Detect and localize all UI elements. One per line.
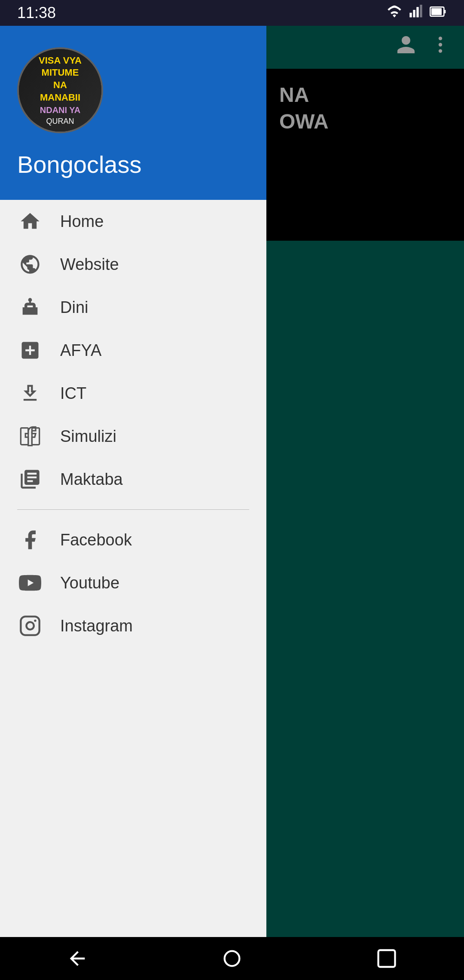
svg-rect-1 bbox=[413, 10, 415, 17]
menu-item-afya[interactable]: AFYA bbox=[0, 329, 266, 372]
menu-item-facebook[interactable]: Facebook bbox=[0, 518, 266, 561]
youtube-icon bbox=[17, 570, 43, 596]
drawer-username: Bongoclass bbox=[17, 150, 249, 178]
library-icon bbox=[17, 466, 43, 492]
menu-item-dini[interactable]: Dini bbox=[0, 286, 266, 329]
menu-item-home[interactable]: Home bbox=[0, 200, 266, 243]
svg-rect-15 bbox=[379, 950, 395, 967]
menu-label-ict: ICT bbox=[60, 384, 86, 403]
menu-label-dini: Dini bbox=[60, 298, 88, 317]
drawer-menu: Home Website Dini AFYA bbox=[0, 200, 266, 980]
svg-rect-10 bbox=[21, 428, 28, 445]
avatar: VISA VYAMITUMENAMANABII NDANI YA QURAN bbox=[17, 47, 103, 133]
facebook-icon bbox=[17, 527, 43, 553]
home-button[interactable] bbox=[215, 941, 249, 976]
menu-label-facebook: Facebook bbox=[60, 531, 132, 549]
svg-rect-3 bbox=[420, 5, 422, 17]
status-icons bbox=[387, 4, 447, 22]
home-icon bbox=[17, 208, 43, 234]
avatar-line3: QURAN bbox=[46, 117, 74, 126]
status-bar: 11:38 bbox=[0, 0, 464, 26]
drawer-header: VISA VYAMITUMENAMANABII NDANI YA QURAN B… bbox=[0, 26, 266, 200]
menu-label-instagram: Instagram bbox=[60, 617, 133, 635]
svg-rect-6 bbox=[431, 8, 442, 15]
menu-item-maktaba[interactable]: Maktaba bbox=[0, 458, 266, 501]
avatar-line1: VISA VYAMITUMENAMANABII bbox=[39, 55, 82, 104]
back-button[interactable] bbox=[60, 941, 95, 976]
svg-point-14 bbox=[225, 951, 240, 966]
book-open-icon bbox=[17, 423, 43, 449]
menu-item-instagram[interactable]: Instagram bbox=[0, 604, 266, 647]
avatar-line2: NDANI YA bbox=[40, 105, 80, 115]
menu-item-ict[interactable]: ICT bbox=[0, 372, 266, 415]
mosque-icon bbox=[17, 294, 43, 320]
svg-rect-0 bbox=[409, 12, 412, 17]
menu-label-afya: AFYA bbox=[60, 341, 101, 360]
navigation-drawer: VISA VYAMITUMENAMANABII NDANI YA QURAN B… bbox=[0, 26, 266, 980]
status-time: 11:38 bbox=[17, 4, 56, 22]
menu-label-simulizi: Simulizi bbox=[60, 427, 116, 446]
menu-item-website[interactable]: Website bbox=[0, 243, 266, 286]
download-icon bbox=[17, 380, 43, 406]
menu-item-youtube[interactable]: Youtube bbox=[0, 561, 266, 604]
menu-label-home: Home bbox=[60, 212, 104, 231]
menu-item-simulizi[interactable]: Simulizi bbox=[0, 415, 266, 458]
menu-label-maktaba: Maktaba bbox=[60, 470, 123, 489]
bottom-navigation bbox=[0, 937, 464, 980]
wifi-icon bbox=[387, 4, 402, 22]
website-icon bbox=[17, 251, 43, 277]
svg-rect-5 bbox=[444, 10, 446, 13]
svg-rect-2 bbox=[416, 7, 418, 17]
battery-icon bbox=[430, 4, 447, 22]
menu-label-youtube: Youtube bbox=[60, 574, 119, 592]
instagram-icon bbox=[17, 613, 43, 639]
signal-icon bbox=[409, 4, 423, 22]
drawer-divider bbox=[17, 509, 249, 510]
medical-icon bbox=[17, 337, 43, 363]
recents-button[interactable] bbox=[369, 941, 404, 976]
svg-rect-12 bbox=[21, 616, 39, 635]
menu-label-website: Website bbox=[60, 255, 119, 274]
